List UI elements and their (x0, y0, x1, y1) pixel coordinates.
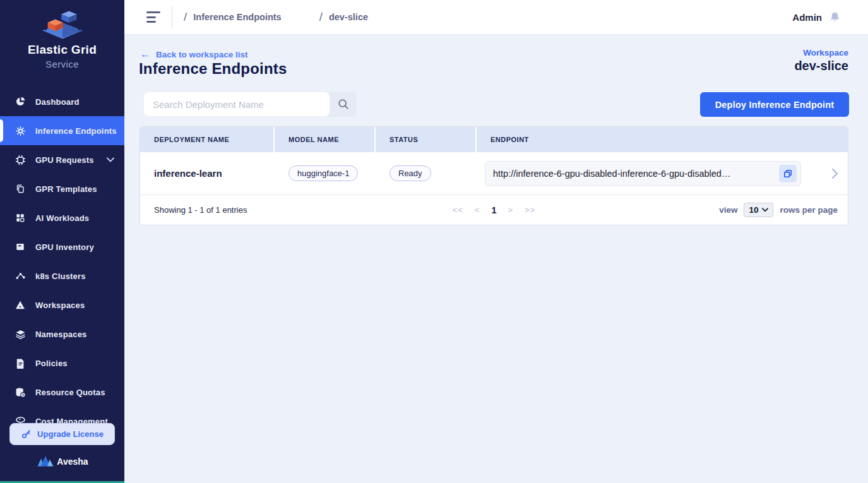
policies-icon (14, 357, 27, 369)
sidebar-item-label: Workspaces (35, 301, 85, 310)
endpoint-url-box: http://inference-6-gpu-disabled-inferenc… (485, 161, 801, 186)
column-header-deployment-name[interactable]: DEPLOYMENT NAME (140, 127, 275, 152)
sidebar-item-label: GPR Templates (35, 184, 97, 194)
showing-entries-text: Showing 1 - 1 of 1 entries (140, 205, 247, 215)
elastic-grid-logo-icon (36, 5, 89, 43)
sidebar-item-label: AI Workloads (35, 213, 89, 223)
sidebar-item-label: Namespaces (35, 330, 87, 339)
endpoints-table: DEPLOYMENT NAME MODEL NAME STATUS ENDPOI… (140, 126, 848, 225)
topbar: / Inference Endpoints / dev-slice Admin (124, 0, 868, 35)
sidebar-item-label: k8s Clusters (35, 271, 86, 281)
column-header-status[interactable]: STATUS (376, 127, 477, 152)
breadcrumb-inference-endpoints[interactable]: Inference Endpoints (193, 12, 281, 22)
sidebar-item-gpr-templates[interactable]: GPR Templates (0, 174, 124, 203)
sidebar-item-gpu-requests[interactable]: GPU Requests (0, 145, 124, 174)
sidebar-item-label: Dashboard (35, 97, 80, 107)
rows-per-page-select[interactable]: 10 (744, 203, 773, 217)
user-label[interactable]: Admin (792, 12, 822, 23)
avesha-brand-label: Avesha (57, 456, 88, 467)
status-cell: Ready (376, 165, 477, 182)
column-header-model-name[interactable]: MODEL NAME (275, 127, 376, 152)
table-header: DEPLOYMENT NAME MODEL NAME STATUS ENDPOI… (140, 127, 848, 152)
rows-per-page-label: rows per page (780, 205, 838, 215)
breadcrumb: / Inference Endpoints / dev-slice (184, 10, 368, 24)
pagination-first-button[interactable]: << (453, 205, 463, 215)
workspaces-icon (14, 299, 27, 311)
sidebar-item-inference-endpoints[interactable]: Inference Endpoints (0, 116, 124, 145)
sidebar-item-label: GPU Requests (35, 155, 94, 165)
sidebar-item-label: GPU Inventory (35, 242, 94, 252)
menu-toggle-icon[interactable] (146, 11, 162, 23)
workspace-name: dev-slice (794, 59, 848, 73)
app-title: Elastic Grid (0, 43, 124, 57)
page-title: Inference Endpoints (139, 60, 287, 78)
sidebar-item-label: Inference Endpoints (35, 126, 117, 136)
namespaces-icon (14, 328, 27, 340)
back-arrow-icon: ← (140, 49, 150, 60)
upgrade-license-button[interactable]: Upgrade License (9, 423, 115, 445)
copy-icon (783, 169, 793, 179)
breadcrumb-slash: / (184, 10, 187, 24)
sidebar-item-policies[interactable]: Policies (0, 349, 124, 378)
breadcrumb-slash: / (319, 10, 323, 24)
sidebar-menu: Dashboard Inference Endpoints GPU Reques… (0, 87, 124, 436)
search-input[interactable] (143, 92, 330, 117)
ai-workloads-icon (14, 212, 27, 224)
workspace-label: Workspace (794, 48, 848, 57)
sidebar-item-label: Policies (35, 359, 68, 368)
sidebar: Elastic Grid Service Dashboard Inference… (0, 0, 124, 483)
sidebar-item-ai-workloads[interactable]: AI Workloads (0, 203, 124, 232)
model-name-cell: huggingface-1 (275, 165, 376, 182)
row-chevron-right-icon[interactable] (831, 168, 838, 179)
resource-quotas-icon (14, 386, 27, 398)
notifications-bell-icon[interactable] (828, 11, 841, 24)
app-subtitle: Service (0, 59, 124, 69)
upgrade-license-label: Upgrade License (37, 429, 104, 439)
breadcrumb-dev-slice[interactable]: dev-slice (329, 12, 368, 22)
table-footer: Showing 1 - 1 of 1 entries << < 1 > >> v… (140, 195, 848, 225)
sidebar-item-dashboard[interactable]: Dashboard (0, 87, 124, 116)
dashboard-icon (14, 95, 27, 108)
back-to-workspace-link[interactable]: ← Back to workspace list (140, 49, 248, 60)
app-logo: Elastic Grid Service (0, 0, 124, 69)
topbar-divider (172, 6, 172, 28)
rows-per-page-value: 10 (749, 205, 758, 215)
deployment-name-cell: inference-learn (140, 168, 275, 179)
view-label: view (719, 205, 737, 215)
avesha-brand: Avesha (0, 455, 124, 468)
pagination: << < 1 > >> (453, 205, 536, 215)
deploy-inference-endpoint-button[interactable]: Deploy Inference Endpoint (700, 92, 849, 117)
inference-endpoints-icon (14, 124, 27, 137)
status-badge: Ready (389, 165, 431, 182)
pagination-current-page: 1 (491, 205, 496, 215)
key-icon (21, 429, 32, 439)
gpu-requests-icon (14, 153, 27, 166)
sidebar-item-k8s-clusters[interactable]: k8s Clusters (0, 261, 124, 290)
rows-per-page-control: view 10 rows per page (719, 203, 848, 217)
model-name-badge: huggingface-1 (288, 165, 358, 182)
main-content: ← Back to workspace list Inference Endpo… (124, 35, 868, 483)
avesha-logo-icon (36, 455, 55, 468)
search-icon[interactable] (330, 92, 357, 117)
endpoint-cell: http://inference-6-gpu-disabled-inferenc… (477, 161, 848, 186)
sidebar-item-gpu-inventory[interactable]: GPU Inventory (0, 232, 124, 261)
workspace-info: Workspace dev-slice (794, 48, 848, 73)
table-row[interactable]: inference-learn huggingface-1 Ready http… (140, 152, 848, 195)
search-bar (143, 92, 357, 117)
sidebar-item-namespaces[interactable]: Namespaces (0, 319, 124, 349)
sidebar-item-workspaces[interactable]: Workspaces (0, 290, 124, 319)
sidebar-item-label: Resource Quotas (35, 388, 105, 397)
chevron-down-icon (107, 157, 114, 162)
pagination-last-button[interactable]: >> (525, 205, 535, 215)
back-link-label: Back to workspace list (156, 50, 248, 59)
select-chevron-down-icon (762, 208, 768, 212)
pagination-prev-button[interactable]: < (475, 205, 480, 215)
sidebar-item-resource-quotas[interactable]: Resource Quotas (0, 378, 124, 407)
column-header-endpoint[interactable]: ENDPOINT (477, 127, 848, 152)
endpoint-url: http://inference-6-gpu-disabled-inferenc… (493, 169, 774, 179)
pagination-next-button[interactable]: > (508, 205, 514, 215)
gpr-templates-icon (14, 182, 27, 195)
k8s-clusters-icon (14, 270, 27, 282)
copy-endpoint-button[interactable] (779, 165, 797, 182)
gpu-inventory-icon (14, 241, 27, 253)
